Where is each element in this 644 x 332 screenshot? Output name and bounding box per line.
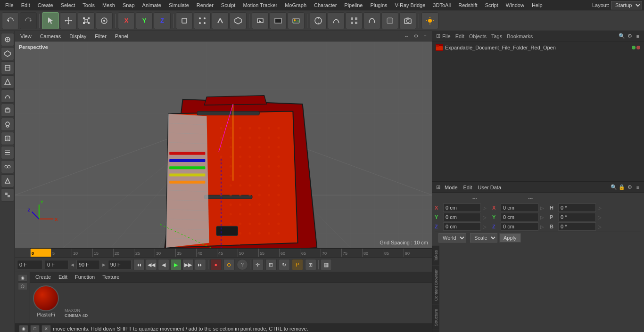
attr-menu-edit[interactable]: Edit bbox=[461, 184, 475, 191]
menu-script[interactable]: Script bbox=[482, 1, 502, 9]
sidebar-mode-3[interactable] bbox=[1, 61, 14, 74]
attr-settings-icon[interactable]: ⚙ bbox=[627, 184, 633, 191]
menu-mograph[interactable]: MoGraph bbox=[281, 1, 310, 9]
auto-key-button[interactable]: ⊙ bbox=[223, 259, 235, 270]
lower-menu-texture[interactable]: Texture bbox=[100, 273, 122, 281]
y-axis-button[interactable]: Y bbox=[136, 12, 153, 29]
total-frame-input[interactable] bbox=[108, 260, 132, 269]
status-icon-3[interactable]: ✕ bbox=[41, 325, 51, 332]
lower-menu-function[interactable]: Function bbox=[73, 273, 97, 281]
sidebar-mode-8[interactable]: S bbox=[1, 132, 14, 145]
sidebar-mode-4[interactable] bbox=[1, 75, 14, 89]
menu-redshift[interactable]: Redshift bbox=[455, 1, 480, 9]
start-frame-input[interactable] bbox=[45, 260, 68, 269]
play-back-button[interactable]: ◀ bbox=[158, 259, 169, 270]
array-btn[interactable] bbox=[346, 12, 363, 29]
sidebar-mode-2[interactable] bbox=[1, 47, 14, 60]
menu-snap[interactable]: Snap bbox=[119, 1, 138, 9]
coord-x2-pos[interactable] bbox=[501, 203, 538, 212]
tab-takes[interactable]: Takes bbox=[432, 246, 439, 265]
select-tool-button[interactable] bbox=[42, 12, 59, 29]
view-toggle-pb[interactable]: ▦ bbox=[321, 259, 332, 270]
translate-tool-pb[interactable]: ✛ bbox=[252, 259, 264, 270]
sidebar-mode-1[interactable] bbox=[1, 33, 14, 46]
lower-side-btn-1[interactable]: ◉ bbox=[18, 274, 27, 282]
poly-mode-button[interactable] bbox=[230, 12, 247, 29]
timeline-ruler[interactable]: 0 5 10 15 20 25 30 35 40 45 50 55 60 65 bbox=[30, 248, 432, 258]
lower-side-btn-2[interactable]: ⬡ bbox=[18, 283, 27, 290]
viewport-3d[interactable]: Perspective bbox=[15, 41, 432, 248]
coord-y-pos[interactable] bbox=[443, 213, 481, 221]
om-item-folder[interactable]: Expandable_Document_File_Folder_Red_Open bbox=[434, 43, 642, 52]
sidebar-mode-9[interactable] bbox=[1, 146, 14, 159]
step-forward-button[interactable]: ▶▶ bbox=[182, 259, 194, 270]
grid-tool-pb[interactable]: ⊞ bbox=[305, 259, 316, 270]
tab-attributes[interactable]: Attributes bbox=[432, 330, 439, 332]
apply-button[interactable]: Apply bbox=[499, 233, 521, 243]
coord-h-val[interactable] bbox=[558, 203, 596, 212]
lower-menu-edit[interactable]: Edit bbox=[56, 273, 70, 281]
om-more-icon[interactable]: ≡ bbox=[635, 33, 641, 40]
menu-character[interactable]: Character bbox=[311, 1, 340, 9]
menu-edit[interactable]: Edit bbox=[18, 1, 33, 9]
sidebar-mode-11[interactable] bbox=[1, 174, 14, 187]
om-settings-icon[interactable]: ⚙ bbox=[627, 33, 633, 40]
move-tool-button[interactable] bbox=[60, 12, 77, 29]
menu-file[interactable]: File bbox=[2, 1, 17, 9]
edges-mode-button[interactable] bbox=[212, 12, 229, 29]
scale-dropdown[interactable]: Scale bbox=[470, 233, 497, 243]
menu-animate[interactable]: Animate bbox=[139, 1, 165, 9]
coord-y2-pos[interactable] bbox=[501, 213, 538, 221]
menu-render[interactable]: Render bbox=[193, 1, 217, 9]
sidebar-mode-12[interactable] bbox=[1, 188, 14, 202]
play-button[interactable]: ▶ bbox=[170, 259, 182, 270]
menu-plugins[interactable]: Plugins bbox=[367, 1, 390, 9]
coord-z2-pos[interactable] bbox=[501, 222, 538, 231]
vp-menu-filter[interactable]: Filter bbox=[92, 32, 108, 40]
step-back-button[interactable]: ◀◀ bbox=[146, 259, 157, 270]
go-to-end-button[interactable]: ⏭ bbox=[195, 259, 206, 270]
picture-viewer-button[interactable] bbox=[288, 12, 305, 29]
go-to-start-button[interactable]: ⏮ bbox=[133, 259, 145, 270]
vp-icon-camera[interactable]: ⚙ bbox=[412, 32, 420, 40]
world-tool-pb[interactable]: P bbox=[292, 259, 303, 270]
sidebar-mode-10[interactable] bbox=[1, 160, 14, 173]
end-frame-input[interactable] bbox=[76, 260, 100, 269]
menu-create[interactable]: Create bbox=[34, 1, 57, 9]
rotate-tool-button[interactable] bbox=[96, 12, 113, 29]
light-btn[interactable] bbox=[421, 12, 438, 29]
status-icon-2[interactable]: □ bbox=[30, 325, 40, 332]
status-icon-1[interactable]: ◉ bbox=[19, 325, 28, 332]
coord-x-pos[interactable] bbox=[443, 203, 481, 212]
menu-motion-tracker[interactable]: Motion Tracker bbox=[239, 1, 281, 9]
sidebar-mode-5[interactable] bbox=[1, 89, 14, 103]
material-preview-ball[interactable] bbox=[33, 285, 59, 311]
attr-search-icon[interactable]: 🔍 bbox=[611, 184, 617, 191]
snap-btn[interactable] bbox=[310, 12, 327, 29]
render-active-button[interactable] bbox=[270, 12, 287, 29]
menu-window[interactable]: Window bbox=[503, 1, 528, 9]
attr-more-icon[interactable]: ≡ bbox=[635, 184, 641, 191]
rotate-tool-pb[interactable]: ↻ bbox=[279, 259, 290, 270]
attr-menu-userdata[interactable]: User Data bbox=[476, 184, 504, 191]
coord-b-val[interactable] bbox=[558, 222, 596, 231]
tab-structure[interactable]: Structure bbox=[432, 305, 439, 330]
redo-button[interactable] bbox=[20, 12, 37, 29]
attr-lock-icon[interactable]: 🔒 bbox=[619, 184, 625, 191]
spline-btn[interactable] bbox=[328, 12, 345, 29]
coord-z-pos[interactable] bbox=[443, 222, 481, 231]
menu-sculpt[interactable]: Sculpt bbox=[218, 1, 239, 9]
z-axis-button[interactable]: Z bbox=[154, 12, 171, 29]
menu-vray[interactable]: V-Ray Bridge bbox=[392, 1, 429, 9]
menu-simulate[interactable]: Simulate bbox=[165, 1, 192, 9]
menu-pipeline[interactable]: Pipeline bbox=[341, 1, 366, 9]
points-mode-button[interactable] bbox=[194, 12, 211, 29]
menu-tools[interactable]: Tools bbox=[79, 1, 98, 9]
scale-tool-button[interactable] bbox=[78, 12, 95, 29]
render-region-button[interactable]: ▶ bbox=[252, 12, 269, 29]
attr-menu-mode[interactable]: Mode bbox=[442, 184, 460, 191]
help-button[interactable]: ? bbox=[237, 259, 248, 270]
menu-3dtoall[interactable]: 3DToAll bbox=[429, 1, 454, 9]
menu-help[interactable]: Help bbox=[528, 1, 546, 9]
menu-mesh[interactable]: Mesh bbox=[99, 1, 118, 9]
